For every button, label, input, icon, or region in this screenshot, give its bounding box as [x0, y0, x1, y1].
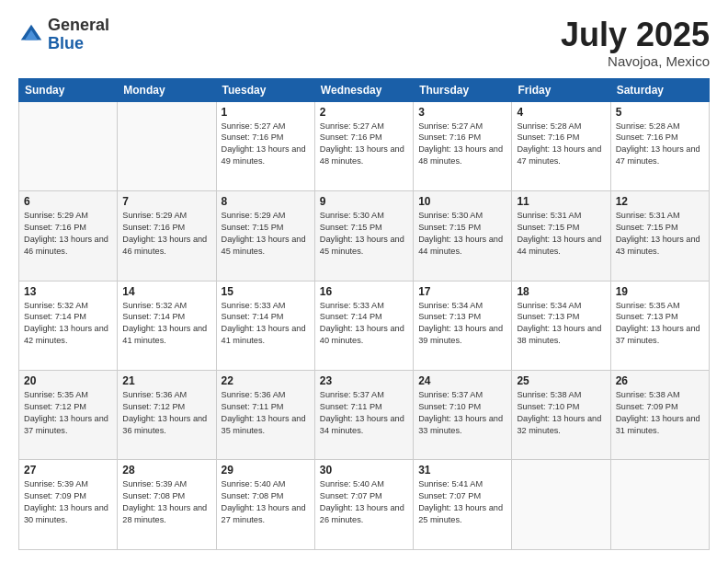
- cell-text: Sunrise: 5:39 AM Sunset: 7:09 PM Dayligh…: [24, 478, 112, 526]
- cell-text: Sunrise: 5:41 AM Sunset: 7:07 PM Dayligh…: [418, 478, 506, 526]
- calendar-cell: 22Sunrise: 5:36 AM Sunset: 7:11 PM Dayli…: [216, 371, 314, 460]
- cell-text: Sunrise: 5:28 AM Sunset: 7:16 PM Dayligh…: [616, 121, 704, 168]
- calendar-cell: 3Sunrise: 5:27 AM Sunset: 7:16 PM Daylig…: [414, 101, 512, 190]
- cell-text: Sunrise: 5:37 AM Sunset: 7:10 PM Dayligh…: [418, 389, 506, 437]
- calendar-cell: 26Sunrise: 5:38 AM Sunset: 7:09 PM Dayli…: [610, 371, 709, 460]
- calendar-cell: 11Sunrise: 5:31 AM Sunset: 7:15 PM Dayli…: [512, 191, 610, 281]
- day-number: 28: [122, 464, 210, 477]
- calendar-cell: 24Sunrise: 5:37 AM Sunset: 7:10 PM Dayli…: [414, 371, 512, 460]
- calendar-cell: 16Sunrise: 5:33 AM Sunset: 7:14 PM Dayli…: [314, 281, 413, 370]
- cell-text: Sunrise: 5:29 AM Sunset: 7:15 PM Dayligh…: [222, 210, 310, 258]
- header: General Blue July 2025 Navojoa, Mexico: [18, 17, 710, 69]
- day-number: 11: [517, 195, 605, 208]
- cell-text: Sunrise: 5:38 AM Sunset: 7:10 PM Dayligh…: [517, 389, 605, 437]
- cell-text: Sunrise: 5:33 AM Sunset: 7:14 PM Dayligh…: [320, 300, 408, 348]
- day-number: 16: [320, 285, 408, 298]
- calendar-cell: 7Sunrise: 5:29 AM Sunset: 7:16 PM Daylig…: [118, 191, 216, 281]
- day-number: 8: [222, 195, 310, 208]
- day-number: 10: [418, 195, 506, 208]
- calendar-cell: 31Sunrise: 5:41 AM Sunset: 7:07 PM Dayli…: [414, 460, 512, 550]
- calendar-cell: 30Sunrise: 5:40 AM Sunset: 7:07 PM Dayli…: [314, 460, 413, 550]
- cell-text: Sunrise: 5:31 AM Sunset: 7:15 PM Dayligh…: [616, 210, 704, 258]
- calendar-cell: 20Sunrise: 5:35 AM Sunset: 7:12 PM Dayli…: [19, 371, 118, 460]
- calendar-week-row: 13Sunrise: 5:32 AM Sunset: 7:14 PM Dayli…: [19, 281, 710, 370]
- calendar-cell: 17Sunrise: 5:34 AM Sunset: 7:13 PM Dayli…: [414, 281, 512, 370]
- cell-text: Sunrise: 5:27 AM Sunset: 7:16 PM Dayligh…: [418, 121, 506, 168]
- cell-text: Sunrise: 5:35 AM Sunset: 7:13 PM Dayligh…: [616, 300, 704, 348]
- logo-icon: [18, 22, 44, 48]
- cell-text: Sunrise: 5:39 AM Sunset: 7:08 PM Dayligh…: [122, 478, 210, 526]
- cell-text: Sunrise: 5:27 AM Sunset: 7:16 PM Dayligh…: [320, 121, 408, 168]
- cell-text: Sunrise: 5:33 AM Sunset: 7:14 PM Dayligh…: [222, 300, 310, 348]
- cell-text: Sunrise: 5:35 AM Sunset: 7:12 PM Dayligh…: [24, 389, 112, 437]
- calendar-cell: 6Sunrise: 5:29 AM Sunset: 7:16 PM Daylig…: [19, 191, 118, 281]
- day-number: 26: [616, 374, 704, 387]
- day-number: 5: [616, 106, 704, 119]
- logo-text: General Blue: [48, 17, 109, 53]
- day-number: 7: [122, 195, 210, 208]
- calendar-cell: 19Sunrise: 5:35 AM Sunset: 7:13 PM Dayli…: [610, 281, 709, 370]
- day-number: 23: [320, 374, 408, 387]
- day-number: 30: [320, 464, 408, 477]
- title-block: July 2025 Navojoa, Mexico: [561, 17, 710, 69]
- calendar-table: SundayMondayTuesdayWednesdayThursdayFrid…: [18, 78, 710, 550]
- calendar-day-header: Saturday: [610, 78, 709, 101]
- calendar-cell: [512, 460, 610, 550]
- calendar-week-row: 20Sunrise: 5:35 AM Sunset: 7:12 PM Dayli…: [19, 371, 710, 460]
- calendar-week-row: 6Sunrise: 5:29 AM Sunset: 7:16 PM Daylig…: [19, 191, 710, 281]
- logo-general: General: [48, 17, 109, 35]
- day-number: 29: [222, 464, 310, 477]
- calendar-cell: 27Sunrise: 5:39 AM Sunset: 7:09 PM Dayli…: [19, 460, 118, 550]
- cell-text: Sunrise: 5:29 AM Sunset: 7:16 PM Dayligh…: [122, 210, 210, 258]
- calendar-day-header: Friday: [512, 78, 610, 101]
- day-number: 17: [418, 285, 506, 298]
- day-number: 12: [616, 195, 704, 208]
- calendar-cell: 28Sunrise: 5:39 AM Sunset: 7:08 PM Dayli…: [118, 460, 216, 550]
- day-number: 20: [24, 374, 112, 387]
- calendar-day-header: Thursday: [414, 78, 512, 101]
- cell-text: Sunrise: 5:36 AM Sunset: 7:12 PM Dayligh…: [122, 389, 210, 437]
- calendar-cell: 23Sunrise: 5:37 AM Sunset: 7:11 PM Dayli…: [314, 371, 413, 460]
- calendar-day-header: Tuesday: [216, 78, 314, 101]
- month-title: July 2025: [561, 17, 710, 53]
- calendar-cell: 12Sunrise: 5:31 AM Sunset: 7:15 PM Dayli…: [610, 191, 709, 281]
- calendar-cell: 1Sunrise: 5:27 AM Sunset: 7:16 PM Daylig…: [216, 101, 314, 190]
- day-number: 31: [418, 464, 506, 477]
- calendar-cell: 2Sunrise: 5:27 AM Sunset: 7:16 PM Daylig…: [314, 101, 413, 190]
- day-number: 27: [24, 464, 112, 477]
- day-number: 18: [517, 285, 605, 298]
- cell-text: Sunrise: 5:40 AM Sunset: 7:08 PM Dayligh…: [222, 478, 310, 526]
- day-number: 13: [24, 285, 112, 298]
- cell-text: Sunrise: 5:38 AM Sunset: 7:09 PM Dayligh…: [616, 389, 704, 437]
- cell-text: Sunrise: 5:32 AM Sunset: 7:14 PM Dayligh…: [24, 300, 112, 348]
- location: Navojoa, Mexico: [561, 53, 710, 69]
- cell-text: Sunrise: 5:34 AM Sunset: 7:13 PM Dayligh…: [418, 300, 506, 348]
- cell-text: Sunrise: 5:32 AM Sunset: 7:14 PM Dayligh…: [122, 300, 210, 348]
- cell-text: Sunrise: 5:28 AM Sunset: 7:16 PM Dayligh…: [517, 121, 605, 168]
- day-number: 15: [222, 285, 310, 298]
- calendar-cell: [610, 460, 709, 550]
- calendar-cell: 25Sunrise: 5:38 AM Sunset: 7:10 PM Dayli…: [512, 371, 610, 460]
- calendar-cell: [118, 101, 216, 190]
- calendar-cell: 21Sunrise: 5:36 AM Sunset: 7:12 PM Dayli…: [118, 371, 216, 460]
- day-number: 4: [517, 106, 605, 119]
- day-number: 9: [320, 195, 408, 208]
- calendar-cell: 10Sunrise: 5:30 AM Sunset: 7:15 PM Dayli…: [414, 191, 512, 281]
- day-number: 19: [616, 285, 704, 298]
- calendar-cell: 29Sunrise: 5:40 AM Sunset: 7:08 PM Dayli…: [216, 460, 314, 550]
- day-number: 14: [122, 285, 210, 298]
- calendar-week-row: 1Sunrise: 5:27 AM Sunset: 7:16 PM Daylig…: [19, 101, 710, 190]
- page: General Blue July 2025 Navojoa, Mexico S…: [0, 0, 728, 563]
- calendar-cell: [19, 101, 118, 190]
- day-number: 6: [24, 195, 112, 208]
- day-number: 3: [418, 106, 506, 119]
- calendar-cell: 5Sunrise: 5:28 AM Sunset: 7:16 PM Daylig…: [610, 101, 709, 190]
- calendar-cell: 8Sunrise: 5:29 AM Sunset: 7:15 PM Daylig…: [216, 191, 314, 281]
- day-number: 2: [320, 106, 408, 119]
- cell-text: Sunrise: 5:29 AM Sunset: 7:16 PM Dayligh…: [24, 210, 112, 258]
- calendar-cell: 4Sunrise: 5:28 AM Sunset: 7:16 PM Daylig…: [512, 101, 610, 190]
- calendar-day-header: Wednesday: [314, 78, 413, 101]
- calendar-day-header: Monday: [118, 78, 216, 101]
- logo-blue: Blue: [48, 35, 109, 53]
- day-number: 1: [222, 106, 310, 119]
